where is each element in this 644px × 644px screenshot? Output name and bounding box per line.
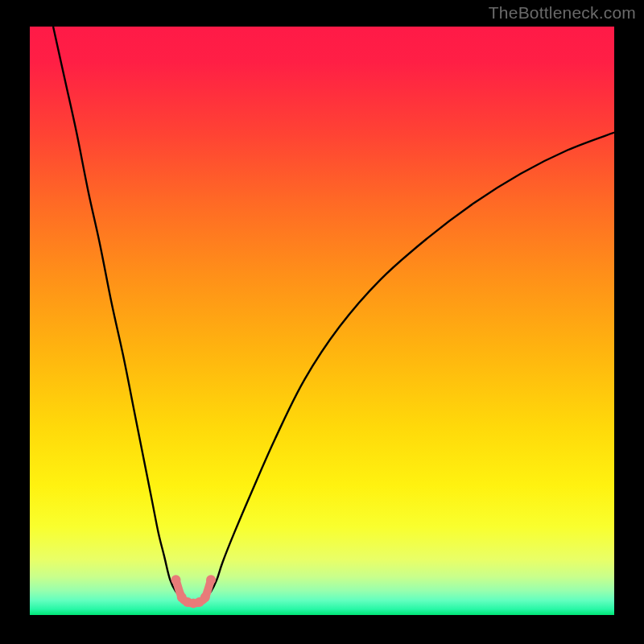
chart-stage: TheBottleneck.com bbox=[0, 0, 644, 644]
watermark-text: TheBottleneck.com bbox=[489, 3, 636, 23]
plot-background bbox=[30, 27, 614, 615]
chart-svg bbox=[30, 27, 614, 615]
accent-dot bbox=[206, 575, 216, 584]
accent-dot bbox=[171, 575, 181, 584]
accent-dot bbox=[200, 592, 210, 602]
plot-area bbox=[30, 27, 614, 615]
